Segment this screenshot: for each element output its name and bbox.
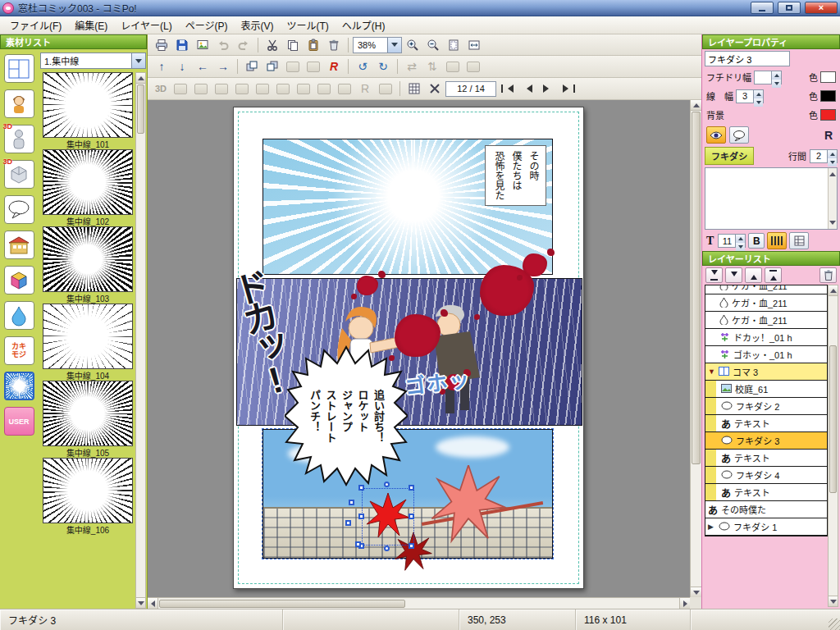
fit-page-button[interactable] (444, 36, 463, 54)
focus-lines-category-icon[interactable] (4, 372, 34, 400)
spin-down-icon[interactable] (736, 243, 745, 251)
fit-width-button[interactable] (464, 36, 484, 54)
scroll-up-icon[interactable] (691, 100, 701, 111)
flip-horizontal-button[interactable]: ⇄ (402, 57, 422, 75)
spin-up-icon[interactable] (754, 90, 763, 98)
canvas-horizontal-scrollbar[interactable] (148, 597, 690, 609)
narration-caption[interactable]: その時 僕たちは 恐怖を見た (485, 145, 546, 206)
balloon-text-content[interactable] (705, 168, 828, 229)
layer-row[interactable]: 校庭_61 (705, 381, 827, 398)
selection-handle[interactable] (409, 514, 414, 519)
line-color-swatch[interactable] (820, 90, 836, 102)
layer-row[interactable]: あテキスト (705, 484, 827, 501)
tail-control-handle[interactable] (349, 500, 354, 505)
bring-to-top-button[interactable] (765, 267, 782, 283)
user-material-category-icon[interactable]: USER (4, 407, 34, 436)
spin-down-icon[interactable] (754, 98, 763, 107)
rotate-handle[interactable] (384, 482, 390, 487)
layer-row[interactable]: ケガ・血_211 (705, 285, 827, 294)
export-grid-button[interactable] (404, 80, 424, 98)
material-thumbnail[interactable] (43, 226, 133, 292)
manga-panel-1[interactable]: その時 僕たちは 恐怖を見た (262, 139, 553, 275)
item-category-icon[interactable] (4, 266, 34, 294)
next-page-button[interactable] (538, 80, 558, 98)
scrollbar-thumb[interactable] (829, 345, 837, 493)
character-3d-icon[interactable]: 3D (4, 125, 34, 153)
text-editor-scrollbar[interactable] (828, 168, 837, 229)
send-to-back-button[interactable] (262, 57, 282, 75)
camera-button[interactable] (273, 80, 293, 98)
effect-category-icon[interactable] (4, 301, 34, 330)
cut-button[interactable] (262, 36, 282, 54)
move-right-button[interactable]: → (213, 57, 233, 75)
layer-row[interactable]: あテキスト (705, 415, 827, 432)
menu-layer[interactable]: レイヤー(L) (114, 16, 178, 34)
scrollbar-thumb[interactable] (137, 84, 144, 134)
pose-button[interactable] (232, 80, 252, 98)
layer-row[interactable]: ゴホッ・_01 h (705, 346, 827, 363)
material-thumbnail[interactable] (43, 149, 133, 215)
expander-open-icon[interactable]: ▼ (708, 368, 715, 376)
copy-button[interactable] (283, 36, 303, 54)
menu-view[interactable]: 表示(V) (234, 16, 280, 34)
selection-handle[interactable] (409, 485, 414, 491)
layer-group-row[interactable]: ▶フキダシ 1 (705, 518, 827, 536)
minimize-button[interactable] (751, 2, 774, 14)
prev-page-button[interactable] (518, 80, 537, 98)
background-color-swatch[interactable] (820, 109, 836, 121)
zoom-in-button[interactable] (403, 36, 422, 54)
layer-row[interactable]: あテキスト (705, 450, 827, 467)
bold-button[interactable]: B (748, 233, 765, 249)
layer-row[interactable]: ケガ・血_211 (705, 312, 827, 329)
layer-row[interactable]: ドカッ！_01 h (705, 329, 827, 346)
close-page-button[interactable] (425, 80, 445, 98)
canvas-area[interactable]: その時 僕たちは 恐怖を見た (148, 100, 701, 609)
print-button[interactable] (152, 36, 171, 54)
spin-down-icon[interactable] (828, 158, 837, 167)
layer-name-field[interactable] (705, 51, 790, 66)
kakimoji-category-icon[interactable]: カキ モジ (4, 336, 34, 365)
background-category-icon[interactable] (4, 231, 34, 259)
dropdown-arrow-icon[interactable] (387, 38, 401, 52)
move-layer-up-button[interactable] (745, 267, 762, 283)
paste-button[interactable] (304, 36, 323, 54)
tail-control-handle[interactable] (355, 541, 361, 547)
scroll-left-icon[interactable] (148, 598, 158, 609)
layer-group-row[interactable]: ▼コマ 3 (705, 363, 827, 381)
scrollbar-thumb[interactable] (692, 112, 701, 464)
menu-tool[interactable]: ツール(T) (280, 16, 335, 34)
scroll-down-icon[interactable] (136, 597, 145, 608)
layer-row[interactable]: あその時僕た (705, 501, 827, 518)
spin-up-icon[interactable] (736, 235, 745, 243)
item-3d-icon[interactable]: 3D (4, 160, 34, 189)
outline-width-stepper[interactable] (754, 71, 782, 84)
distribute-button[interactable] (463, 57, 483, 75)
tail-control-handle[interactable] (345, 520, 351, 526)
scroll-up-icon[interactable] (136, 73, 145, 84)
camera-button[interactable] (294, 80, 313, 98)
group-button[interactable] (283, 57, 303, 75)
undo-icon[interactable] (213, 36, 233, 54)
spin-down-icon[interactable] (772, 80, 781, 88)
expander-closed-icon[interactable]: ▶ (708, 523, 715, 531)
balloon-text[interactable]: 追い討ち！ ロケット ジャンプ ストレート パンチ！ (306, 365, 386, 467)
spin-up-icon[interactable] (772, 71, 781, 80)
balloon-category-icon[interactable] (4, 195, 34, 224)
rotate-handle[interactable] (384, 546, 390, 551)
scroll-right-icon[interactable] (679, 598, 690, 609)
ungroup-button[interactable] (304, 57, 323, 75)
selection-handle[interactable] (358, 485, 364, 491)
document-page[interactable]: その時 僕たちは 恐怖を見た (233, 107, 584, 589)
scroll-down-icon[interactable] (691, 587, 701, 597)
material-thumbnail[interactable] (43, 72, 133, 138)
maximize-button[interactable] (778, 2, 801, 14)
layer-list-scrollbar[interactable] (828, 285, 838, 607)
speech-balloon[interactable]: 追い討ち！ ロケット ジャンプ ストレート パンチ！ (285, 345, 408, 486)
pose-button[interactable] (191, 80, 211, 98)
last-page-button[interactable] (559, 80, 578, 98)
layer-row[interactable]: ケガ・血_211 (705, 294, 827, 312)
material-thumbnail[interactable] (43, 458, 133, 523)
layer-row[interactable]: フキダシ 2 (705, 398, 827, 415)
material-category-dropdown[interactable]: 1.集中線 (40, 52, 146, 69)
selection-handle[interactable] (409, 543, 414, 549)
